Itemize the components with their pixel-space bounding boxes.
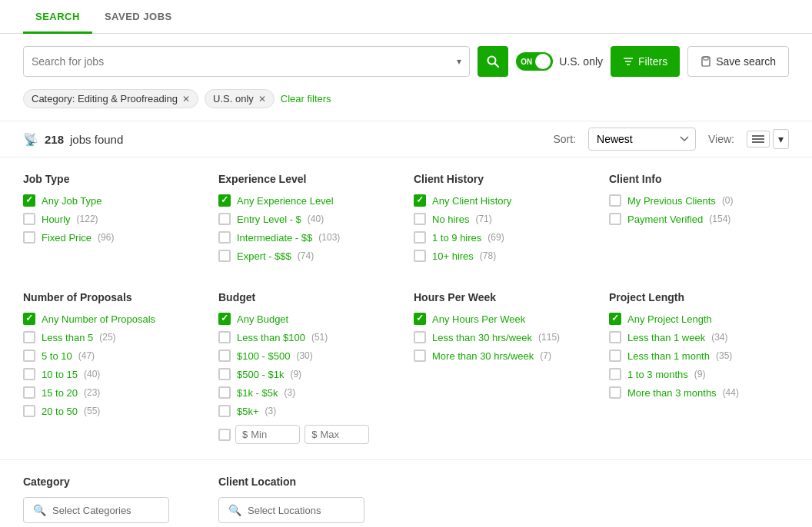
budget-range-checkbox[interactable] — [218, 429, 231, 441]
client-history-10-plus-checkbox[interactable] — [414, 250, 426, 262]
project-length-lt1m-label[interactable]: Less than 1 month — [627, 350, 710, 362]
chevron-view-button[interactable]: ▾ — [773, 129, 789, 149]
budget-500-1k-checkbox[interactable] — [218, 368, 231, 380]
bottom-sections: Category 🔍 Select Categories Client Loca… — [0, 459, 812, 527]
tab-saved-jobs[interactable]: SAVED JOBS — [92, 0, 185, 34]
filter-experience-level: Experience Level Any Experience Level En… — [218, 173, 398, 268]
tab-search[interactable]: SEARCH — [23, 0, 92, 34]
project-length-1-3m-checkbox[interactable] — [609, 368, 621, 380]
exp-intermediate-label[interactable]: Intermediate - $$ — [237, 232, 312, 244]
job-type-fixed-checkbox[interactable] — [23, 231, 35, 244]
project-length-any-label[interactable]: Any Project Length — [627, 313, 712, 325]
project-length-any-checkbox[interactable] — [609, 313, 621, 325]
hours-lt30: Less than 30 hrs/week (115) — [414, 331, 594, 343]
client-history-10-plus-label[interactable]: 10+ hires — [432, 250, 474, 262]
budget-1k-5k-checkbox[interactable] — [218, 386, 231, 399]
project-length-lt1w-label[interactable]: Less than 1 week — [627, 332, 705, 343]
proposals-5-10-label[interactable]: 5 to 10 — [42, 350, 72, 362]
us-only-toggle[interactable]: ON — [516, 52, 553, 71]
proposals-20-50-label[interactable]: 20 to 50 — [42, 406, 78, 417]
job-type-hourly-checkbox[interactable] — [23, 213, 35, 225]
project-length-lt1w-checkbox[interactable] — [609, 331, 621, 343]
project-length-gt3m-checkbox[interactable] — [609, 386, 621, 399]
hours-gt30-checkbox[interactable] — [414, 350, 426, 362]
chevron-down-icon[interactable]: ▾ — [457, 56, 461, 67]
job-type-hourly: Hourly (122) — [23, 213, 203, 225]
project-length-1-3m: 1 to 3 months (9) — [609, 368, 789, 380]
results-bar: 📡 218 jobs found Sort: Newest Relevance … — [0, 121, 812, 157]
hours-lt30-label[interactable]: Less than 30 hrs/week — [432, 332, 532, 343]
remove-us-only-filter-icon[interactable]: ✕ — [258, 94, 266, 104]
save-search-button[interactable]: Save search — [687, 46, 789, 77]
budget-5k-plus-label[interactable]: $5k+ — [237, 406, 259, 417]
budget-5k-plus-checkbox[interactable] — [218, 405, 231, 417]
client-info-title: Client Info — [609, 173, 789, 185]
proposals-any-checkbox[interactable] — [23, 313, 35, 325]
project-length-gt3m-label[interactable]: More than 3 months — [627, 387, 717, 399]
budget-lt100-checkbox[interactable] — [218, 331, 231, 343]
exp-entry-checkbox[interactable] — [218, 213, 231, 225]
proposals-10-15-checkbox[interactable] — [23, 368, 35, 380]
search-input[interactable] — [32, 55, 457, 68]
search-button[interactable] — [478, 46, 508, 77]
project-length-lt1m-checkbox[interactable] — [609, 350, 621, 362]
budget-max-input[interactable] — [320, 429, 362, 440]
job-type-any-checkbox[interactable] — [23, 194, 35, 207]
job-type-any-label[interactable]: Any Job Type — [42, 195, 102, 207]
proposals-20-50: 20 to 50 (55) — [23, 405, 203, 417]
hours-any-label[interactable]: Any Hours Per Week — [432, 313, 525, 325]
proposals-20-50-count: (55) — [84, 406, 100, 416]
client-history-any-label[interactable]: Any Client History — [432, 195, 511, 207]
exp-any-label[interactable]: Any Experience Level — [237, 195, 334, 207]
project-length-1-3m-label[interactable]: 1 to 3 months — [627, 369, 688, 380]
filter-tag-us-only: U.S. only ✕ — [205, 89, 275, 108]
client-history-no-hires-label[interactable]: No hires — [432, 214, 469, 225]
select-locations-button[interactable]: 🔍 Select Locations — [218, 497, 364, 523]
list-view-button[interactable] — [747, 131, 770, 147]
hours-gt30-label[interactable]: More than 30 hrs/week — [432, 350, 534, 362]
filters-button[interactable]: Filters — [611, 46, 680, 77]
exp-any-checkbox[interactable] — [218, 194, 231, 207]
hours-lt30-checkbox[interactable] — [414, 331, 426, 343]
hours-any-checkbox[interactable] — [414, 313, 426, 325]
client-info-verified-label[interactable]: Payment Verified — [627, 214, 703, 225]
proposals-lt5-checkbox[interactable] — [23, 331, 35, 343]
proposals-10-15-label[interactable]: 10 to 15 — [42, 369, 78, 380]
active-filters: Category: Editing & Proofreading ✕ U.S. … — [0, 89, 812, 121]
exp-intermediate-checkbox[interactable] — [218, 231, 231, 244]
exp-expert-checkbox[interactable] — [218, 250, 231, 262]
job-type-hourly-label[interactable]: Hourly — [42, 214, 71, 225]
remove-category-filter-icon[interactable]: ✕ — [182, 94, 190, 104]
budget-5k-plus-count: (3) — [265, 406, 277, 416]
clear-filters-button[interactable]: Clear filters — [281, 93, 331, 104]
sort-select[interactable]: Newest Relevance Client Spend — [588, 128, 696, 151]
client-info-previous-label[interactable]: My Previous Clients — [627, 195, 716, 207]
exp-expert-label[interactable]: Expert - $$$ — [237, 250, 291, 262]
client-history-1-9-label[interactable]: 1 to 9 hires — [432, 232, 481, 244]
exp-entry-label[interactable]: Entry Level - $ — [237, 214, 301, 225]
budget-min-input[interactable] — [251, 429, 293, 440]
budget-100-500-checkbox[interactable] — [218, 350, 231, 362]
budget-any-label[interactable]: Any Budget — [237, 313, 288, 325]
proposals-15-20-label[interactable]: 15 to 20 — [42, 387, 78, 399]
budget-any-checkbox[interactable] — [218, 313, 231, 325]
budget-100-500-label[interactable]: $100 - $500 — [237, 350, 290, 362]
proposals-15-20-checkbox[interactable] — [23, 386, 35, 399]
client-history-any-checkbox[interactable] — [414, 194, 426, 207]
client-info-verified-checkbox[interactable] — [609, 213, 621, 225]
client-info-previous: My Previous Clients (0) — [609, 194, 789, 207]
proposals-any-label[interactable]: Any Number of Proposals — [42, 313, 155, 325]
client-history-no-hires-checkbox[interactable] — [414, 213, 426, 225]
client-history-1-9-checkbox[interactable] — [414, 231, 426, 244]
budget-lt100-label[interactable]: Less than $100 — [237, 332, 305, 343]
us-only-label: U.S. only — [559, 55, 603, 68]
budget-1k-5k-label[interactable]: $1k - $5k — [237, 387, 278, 399]
exp-entry: Entry Level - $ (40) — [218, 213, 398, 225]
budget-500-1k-label[interactable]: $500 - $1k — [237, 369, 284, 380]
job-type-fixed-label[interactable]: Fixed Price — [42, 232, 92, 244]
proposals-lt5-label[interactable]: Less than 5 — [42, 332, 93, 343]
proposals-20-50-checkbox[interactable] — [23, 405, 35, 417]
select-categories-button[interactable]: 🔍 Select Categories — [23, 497, 169, 523]
client-info-previous-checkbox[interactable] — [609, 194, 621, 207]
proposals-5-10-checkbox[interactable] — [23, 350, 35, 362]
